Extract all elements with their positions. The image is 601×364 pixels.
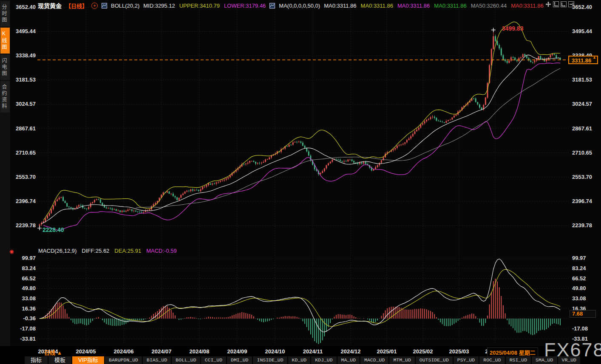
price-axis-label-left: 16.36 bbox=[12, 305, 36, 312]
toolbar-tab-BARUPDN_UD[interactable]: BARUPDN_UD bbox=[105, 356, 142, 364]
price-axis-label-right: 49.80 bbox=[572, 285, 586, 291]
ma-label: MA(0,0,0,0,50,0) bbox=[279, 3, 320, 9]
toolbar-tab-KDJ_UD[interactable]: KDJ_UD bbox=[311, 356, 336, 364]
boll-value-2: LOWER:3179.46 bbox=[224, 3, 266, 9]
price-axis-label-left: -33.81 bbox=[12, 336, 36, 342]
price-axis-label-right: 2396.74 bbox=[572, 198, 592, 204]
price-axis-label-left: 3495.44 bbox=[12, 28, 36, 34]
indicator-header: 现货黄金 【日线】 + BOLL(20,2) MID:3295.12UPPER:… bbox=[38, 1, 544, 10]
toolbar-tab-模板[interactable]: 模板 bbox=[48, 356, 71, 364]
axis-zoom-vertical-icon[interactable] bbox=[553, 1, 559, 7]
price-axis-label-left: 3024.57 bbox=[12, 101, 36, 107]
x-axis-month-label: 2024/07 bbox=[152, 348, 172, 355]
ma-indicator-icon[interactable] bbox=[269, 3, 275, 8]
price-axis-label-right: 3495.44 bbox=[572, 28, 592, 34]
x-axis-month-label: 2024/08 bbox=[190, 348, 210, 355]
toolbar-tab-OUTSIDE_UD[interactable]: OUTSIDE_UD bbox=[416, 356, 453, 364]
macd-indicator-settings-icon[interactable]: ◉ bbox=[9, 248, 14, 254]
price-axis-label-left: 2396.74 bbox=[12, 198, 36, 204]
x-axis-month-label: 2025/03 bbox=[449, 348, 469, 355]
x-axis-month-label: 2025/01 bbox=[377, 348, 397, 355]
crosshair-move-icon[interactable] bbox=[545, 1, 551, 7]
lowest-price-label: 2228.40 bbox=[43, 226, 64, 233]
x-axis-month-label: 2024/11 bbox=[303, 348, 323, 355]
price-axis-label-right: 99.97 bbox=[572, 255, 586, 261]
price-axis-label-right: 3181.53 bbox=[572, 76, 592, 83]
price-axis-label-right: 2710.65 bbox=[572, 150, 592, 156]
price-axis-label-left: 2553.70 bbox=[12, 174, 36, 180]
toolbar-tab-MTM_UD[interactable]: MTM_UD bbox=[389, 356, 414, 364]
chart-canvas[interactable] bbox=[0, 0, 601, 364]
toolbar-tab-RSI_UD[interactable]: RSI_UD bbox=[506, 356, 531, 364]
toolbar-tab-BOLL_UD[interactable]: BOLL_UD bbox=[172, 356, 200, 364]
price-axis-label-right: 2239.78 bbox=[572, 222, 592, 229]
price-axis-label-left: 3181.53 bbox=[12, 76, 36, 83]
crosshair-date-tooltip: 2025/04/08 星期二 bbox=[487, 347, 538, 357]
price-axis-label-left: 3338.49 bbox=[12, 52, 36, 59]
toolbar-tab-CCI_UD[interactable]: CCI_UD bbox=[201, 356, 226, 364]
price-axis-label-left: 3652.40 bbox=[12, 4, 36, 10]
axis-zoom-horizontal-icon[interactable] bbox=[561, 1, 567, 7]
price-axis-label-left: -0.36 bbox=[12, 315, 36, 322]
current-macd-badge: 7.68 bbox=[570, 310, 596, 318]
price-axis-label-left: 33.08 bbox=[12, 295, 36, 302]
price-axis-label-left: 66.52 bbox=[12, 275, 36, 282]
toolbar-tab-DMI_UD[interactable]: DMI_UD bbox=[227, 356, 252, 364]
ma-value-0: MA0:3311.86 bbox=[324, 3, 356, 9]
ma-value-5: MA0:3311.86 bbox=[511, 3, 543, 9]
toolbar-tab-VR_UD[interactable]: VR_UD bbox=[558, 356, 581, 364]
ma-value-2: MA0:3311.86 bbox=[397, 3, 430, 9]
boll-values: MID:3295.12UPPER:3410.79LOWER:3179.46 bbox=[143, 3, 266, 9]
price-axis-label-left: 83.24 bbox=[12, 265, 36, 271]
macd-label: MACD(26,12,9) bbox=[38, 248, 77, 254]
macd-values: DIFF:25.62DEA:25.91MACD:-0.59 bbox=[82, 248, 176, 254]
price-axis-label-right: 3652.40 bbox=[572, 4, 592, 10]
price-axis-label-left: 2867.61 bbox=[12, 125, 36, 132]
boll-value-1: UPPER:3410.79 bbox=[179, 3, 220, 9]
toolbar-tab-PSY_UD[interactable]: PSY_UD bbox=[454, 356, 479, 364]
toolbar-tab-INSIDE_UD[interactable]: INSIDE_UD bbox=[253, 356, 287, 364]
ma-value-4: MA50:3260.44 bbox=[471, 3, 507, 9]
period-selector-button[interactable]: 日线 ▲ bbox=[44, 348, 62, 356]
ma-value-1: MA0:3311.86 bbox=[361, 3, 393, 9]
x-axis-month-label: 2024/06 bbox=[114, 348, 134, 355]
macd-value-0: DIFF:25.62 bbox=[82, 248, 109, 254]
price-axis-label-right: 2553.70 bbox=[572, 174, 592, 180]
x-axis-month-label: 2024/09 bbox=[227, 348, 247, 355]
x-axis-month-label: 2024/12 bbox=[341, 348, 361, 355]
toolbar-tab-KD_UD[interactable]: KD_UD bbox=[288, 356, 311, 364]
add-indicator-icon[interactable]: + bbox=[91, 3, 98, 9]
scroll-to-latest-icon[interactable] bbox=[568, 1, 574, 7]
bottom-toolbar: 指标模板VIP指标BARUPDN_UDBIAS_UDBOLL_UDCCI_UDD… bbox=[0, 356, 601, 364]
price-axis-label-right: 83.24 bbox=[572, 265, 586, 271]
x-axis-month-label: 2024/05 bbox=[76, 348, 96, 355]
trading-app-window: 分时图K线图闪电图合约资料 现货黄金 【日线】 + BOLL(20,2) MID… bbox=[0, 0, 601, 364]
ma-values: MA0:3311.86MA0:3311.86MA0:3311.86MA0:331… bbox=[324, 3, 543, 9]
boll-indicator-icon[interactable] bbox=[102, 3, 107, 8]
x-axis-month-label: 2025/02 bbox=[413, 348, 433, 355]
ma-value-3: MA0:3311.86 bbox=[434, 3, 466, 9]
toolbar-tab-ROC_UD[interactable]: ROC_UD bbox=[479, 356, 505, 364]
price-axis-label-right: 33.08 bbox=[572, 295, 586, 302]
price-axis-label-left: 2710.65 bbox=[12, 150, 36, 156]
price-axis-label-right: 66.52 bbox=[572, 275, 586, 282]
price-axis-label-left: 2239.78 bbox=[12, 222, 36, 229]
price-arrow-icon[interactable]: ▲ bbox=[592, 55, 596, 59]
toolbar-tab-指标[interactable]: 指标 bbox=[25, 356, 48, 364]
boll-label: BOLL(20,2) bbox=[111, 3, 139, 9]
period-tag[interactable]: 【日线】 bbox=[65, 2, 88, 10]
x-axis-month-label: 2024/10 bbox=[265, 348, 285, 355]
boll-value-0: MID:3295.12 bbox=[143, 3, 175, 9]
toolbar-tab-MA_UD[interactable]: MA_UD bbox=[337, 356, 360, 364]
price-axis-label-right: 3024.57 bbox=[572, 101, 592, 107]
macd-value-2: MACD:-0.59 bbox=[146, 248, 177, 254]
price-axis-label-left: 99.97 bbox=[12, 255, 36, 261]
toolbar-tab-VIP指标[interactable]: VIP指标 bbox=[72, 356, 104, 364]
price-axis-label-left: 49.80 bbox=[12, 285, 36, 291]
price-axis-label-right: -17.08 bbox=[572, 325, 588, 332]
price-axis-label-right: 2867.61 bbox=[572, 125, 592, 132]
toolbar-tab-MACD_UD[interactable]: MACD_UD bbox=[360, 356, 388, 364]
toolbar-tab-SMA_UD[interactable]: SMA_UD bbox=[532, 356, 557, 364]
toolbar-tab-BIAS_UD[interactable]: BIAS_UD bbox=[143, 356, 171, 364]
symbol-name: 现货黄金 bbox=[38, 1, 62, 10]
